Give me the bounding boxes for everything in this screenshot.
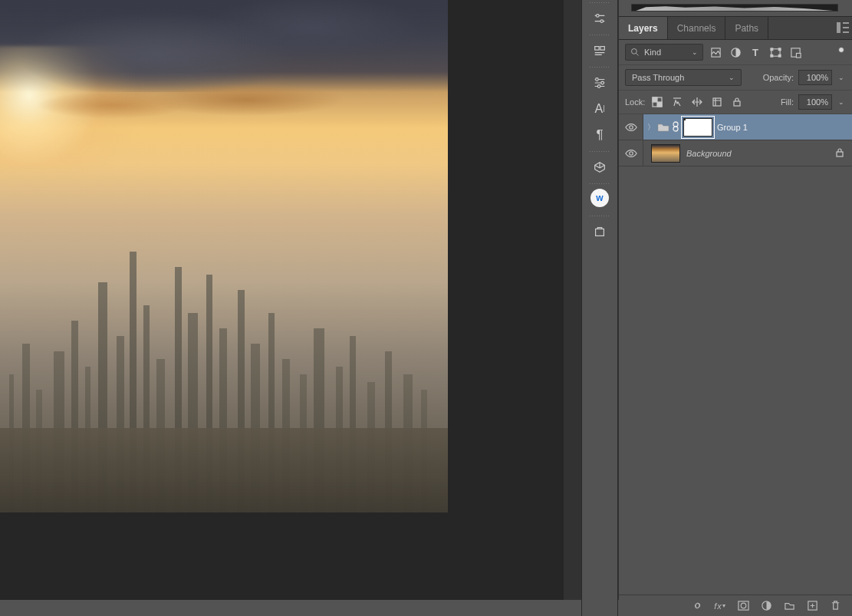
new-group-icon[interactable] — [783, 600, 795, 612]
new-layer-icon[interactable] — [806, 600, 818, 612]
filter-toggle-switch[interactable] — [838, 47, 844, 53]
panel-menu-icon[interactable] — [837, 22, 849, 33]
svg-rect-19 — [653, 97, 657, 102]
filter-shape-icon[interactable] — [768, 44, 783, 60]
opacity-input[interactable]: 100% — [798, 70, 832, 85]
filter-smartobject-icon[interactable] — [788, 44, 803, 60]
svg-rect-20 — [657, 102, 662, 107]
folder-icon — [657, 122, 669, 133]
opacity-label[interactable]: Opacity: — [763, 73, 794, 82]
filter-type-icon[interactable]: T — [748, 44, 763, 60]
layer-mask-thumbnail[interactable] — [683, 118, 712, 137]
svg-rect-13 — [778, 48, 781, 50]
layer-name-label[interactable]: Group 1 — [717, 123, 748, 132]
opacity-slider-toggle[interactable]: ⌄ — [837, 70, 846, 85]
chevron-down-icon: ⌄ — [729, 74, 735, 81]
svg-rect-15 — [778, 54, 781, 57]
filter-adjustment-icon[interactable] — [728, 44, 743, 60]
svg-rect-7 — [596, 229, 604, 236]
document-image[interactable] — [0, 0, 448, 512]
svg-point-5 — [601, 81, 604, 84]
svg-point-1 — [600, 20, 604, 23]
collapsed-panel-dock: A| ¶ w — [581, 0, 618, 616]
visibility-toggle[interactable] — [619, 114, 643, 140]
svg-point-4 — [596, 78, 599, 81]
web-export-icon[interactable]: w — [590, 189, 609, 207]
histogram-preview[interactable] — [631, 4, 838, 12]
svg-rect-28 — [738, 601, 748, 610]
lock-artboard-icon[interactable] — [709, 94, 725, 110]
background-lock-icon[interactable] — [835, 147, 844, 160]
layer-thumbnail[interactable] — [651, 144, 680, 163]
svg-rect-27 — [837, 152, 843, 156]
lock-image-icon[interactable] — [669, 94, 685, 110]
blend-opacity-row: Pass Through ⌄ Opacity: 100% ⌄ — [619, 65, 852, 91]
layer-fx-icon[interactable]: fx▾ — [714, 600, 726, 612]
svg-point-25 — [673, 127, 678, 131]
chevron-down-icon: ⌄ — [692, 48, 698, 56]
svg-rect-17 — [796, 53, 801, 58]
svg-point-8 — [632, 49, 637, 54]
tab-paths[interactable]: Paths — [725, 17, 768, 39]
svg-rect-2 — [595, 47, 599, 51]
svg-point-0 — [597, 15, 600, 18]
svg-rect-22 — [734, 101, 740, 106]
new-adjustment-icon[interactable] — [760, 600, 772, 612]
filter-kind-label: Kind — [644, 48, 661, 57]
lock-fill-row: Lock: Fill: 100% ⌄ — [619, 91, 852, 114]
svg-rect-14 — [770, 54, 772, 57]
panel-tabbar: Layers Channels Paths — [619, 17, 852, 40]
paragraph-panel-icon[interactable]: ¶ — [587, 124, 612, 146]
svg-point-6 — [597, 85, 600, 88]
filter-pixel-icon[interactable] — [708, 44, 723, 60]
search-icon — [630, 48, 640, 57]
adjustments-panel-icon[interactable] — [587, 8, 612, 29]
layer-row-group1[interactable]: 〉 Group 1 — [619, 114, 852, 140]
fill-label[interactable]: Fill: — [781, 97, 794, 107]
blend-mode-dropdown[interactable]: Pass Through ⌄ — [625, 69, 742, 86]
tab-channels[interactable]: Channels — [668, 17, 726, 39]
layers-panel: Layers Channels Paths Kind ⌄ T Pass Thro… — [619, 16, 852, 616]
tab-layers[interactable]: Layers — [619, 17, 668, 39]
lock-position-icon[interactable] — [689, 94, 705, 110]
filter-kind-dropdown[interactable]: Kind ⌄ — [625, 44, 703, 61]
lock-label: Lock: — [625, 97, 645, 107]
svg-rect-21 — [713, 98, 721, 106]
libraries-panel-icon[interactable] — [587, 221, 612, 242]
svg-point-24 — [673, 122, 678, 127]
layer-row-background[interactable]: Background — [619, 140, 852, 166]
histogram-panel-stub — [619, 0, 852, 16]
character-panel-icon[interactable]: A| — [587, 98, 612, 120]
fill-input[interactable]: 100% — [798, 94, 832, 110]
visibility-toggle[interactable] — [619, 140, 643, 166]
layers-panel-footer: fx▾ — [619, 595, 852, 616]
delete-layer-icon[interactable] — [829, 600, 841, 612]
workspace-canvas-area[interactable] — [0, 0, 564, 600]
mask-link-icon[interactable] — [672, 121, 681, 133]
blend-mode-value: Pass Through — [632, 73, 684, 82]
svg-rect-3 — [600, 47, 604, 51]
group-disclosure-icon[interactable]: 〉 — [646, 122, 656, 133]
properties-panel-icon[interactable] — [587, 72, 612, 94]
svg-rect-12 — [770, 48, 772, 50]
layer-filter-row: Kind ⌄ T — [619, 40, 852, 65]
layer-list[interactable]: 〉 Group 1 Background — [619, 114, 852, 595]
svg-point-29 — [741, 603, 746, 608]
fill-slider-toggle[interactable]: ⌄ — [837, 94, 846, 110]
add-mask-icon[interactable] — [737, 600, 749, 612]
link-layers-icon[interactable] — [691, 600, 703, 612]
lock-transparency-icon[interactable] — [650, 94, 665, 110]
lock-all-icon[interactable] — [729, 94, 745, 110]
layer-name-label[interactable]: Background — [686, 149, 732, 158]
svg-point-26 — [629, 151, 632, 154]
styles-panel-icon[interactable] — [587, 40, 612, 61]
svg-point-23 — [629, 125, 632, 128]
3d-panel-icon[interactable] — [587, 156, 612, 178]
